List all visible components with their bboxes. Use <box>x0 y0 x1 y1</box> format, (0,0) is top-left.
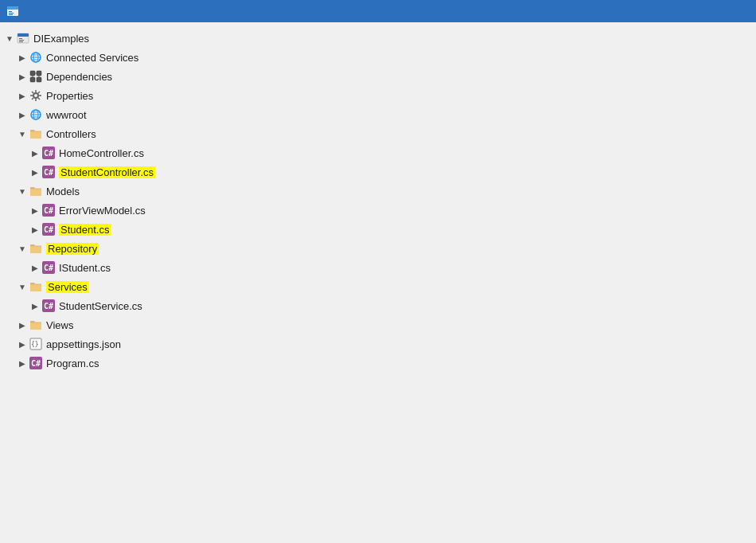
dependencies-icon <box>29 69 43 84</box>
folder-icon <box>29 241 43 256</box>
expand-arrow-views[interactable] <box>16 318 29 331</box>
csharp-icon: C# <box>41 260 56 275</box>
solution-explorer: DIExamples Connected Services Dependenci… <box>0 22 756 543</box>
tree-item-views[interactable]: Views <box>0 315 756 334</box>
folder-icon <box>29 127 43 141</box>
label-properties: Properties <box>46 90 93 102</box>
expand-arrow-dependencies[interactable] <box>16 70 29 83</box>
tree-item-models[interactable]: Models <box>0 182 756 201</box>
solution-icon <box>6 5 19 18</box>
svg-rect-15 <box>30 71 35 76</box>
tree-item-istudent[interactable]: C# IStudent.cs <box>0 258 756 277</box>
svg-text:C#: C# <box>44 168 53 177</box>
svg-rect-8 <box>19 40 24 41</box>
tree-item-dependencies[interactable]: Dependencies <box>0 67 756 86</box>
csharp-icon: C# <box>29 356 43 370</box>
csharp-icon: C# <box>41 299 56 313</box>
label-istudent: IStudent.cs <box>59 262 111 274</box>
csharp-icon: C# <box>41 165 56 179</box>
csharp-icon: C# <box>41 222 56 236</box>
folder-icon <box>29 279 43 294</box>
label-program: Program.cs <box>46 357 99 369</box>
svg-text:C#: C# <box>44 225 53 234</box>
label-solution: DIExamples <box>33 33 89 45</box>
expand-arrow-controllers[interactable] <box>16 127 29 140</box>
expand-arrow-student[interactable] <box>29 223 41 236</box>
tree-item-services[interactable]: Services <box>0 277 756 296</box>
globe-icon <box>29 107 43 122</box>
svg-rect-16 <box>37 71 41 76</box>
expand-arrow-studentcontroller[interactable] <box>29 166 41 178</box>
expand-arrow-models[interactable] <box>16 185 29 197</box>
title-bar <box>0 0 756 22</box>
expand-arrow-studentservice[interactable] <box>29 299 41 312</box>
label-connected-services: Connected Services <box>46 52 138 64</box>
expand-arrow-services[interactable] <box>16 280 29 293</box>
expand-arrow-appsettings[interactable] <box>16 338 29 350</box>
tree-item-program[interactable]: C# Program.cs <box>0 354 756 373</box>
globe-icon <box>29 50 43 64</box>
expand-arrow-wwwroot[interactable] <box>16 108 29 121</box>
properties-icon <box>29 88 43 103</box>
svg-rect-2 <box>9 11 12 12</box>
label-student: Student.cs <box>59 224 111 236</box>
expand-arrow-repository[interactable] <box>16 242 29 255</box>
tree-item-errorviewmodel[interactable]: C# ErrorViewModel.cs <box>0 201 756 220</box>
tree-item-homecontroller[interactable]: C# HomeController.cs <box>0 143 756 162</box>
tree-item-solution[interactable]: DIExamples <box>0 29 756 48</box>
svg-text:C#: C# <box>44 302 53 311</box>
expand-arrow-istudent[interactable] <box>29 261 41 274</box>
csharp-icon: C# <box>41 203 56 217</box>
tree-item-studentcontroller[interactable]: C# StudentController.cs <box>0 162 756 182</box>
expand-arrow-connected-services[interactable] <box>16 51 29 64</box>
label-services: Services <box>46 281 89 293</box>
tree-item-student[interactable]: C# Student.cs <box>0 220 756 239</box>
svg-rect-7 <box>19 38 22 39</box>
tree-item-wwwroot[interactable]: wwwroot <box>0 105 756 124</box>
svg-text:{}: {} <box>31 341 39 348</box>
svg-rect-18 <box>37 77 41 82</box>
svg-text:C#: C# <box>44 264 53 272</box>
tree-item-controllers[interactable]: Controllers <box>0 124 756 143</box>
tree-item-repository[interactable]: Repository <box>0 239 756 258</box>
csharp-icon: C# <box>41 146 56 160</box>
svg-text:C#: C# <box>31 359 41 368</box>
expand-arrow-properties[interactable] <box>16 89 29 102</box>
json-icon: {} <box>29 337 43 351</box>
svg-text:C#: C# <box>44 149 53 158</box>
folder-icon <box>29 318 43 332</box>
svg-text:C#: C# <box>44 206 53 215</box>
svg-rect-3 <box>9 13 14 14</box>
label-repository: Repository <box>46 243 99 255</box>
label-appsettings: appsettings.json <box>46 338 121 350</box>
label-homecontroller: HomeController.cs <box>59 147 144 159</box>
expand-arrow-homecontroller[interactable] <box>29 146 41 159</box>
expand-arrow-program[interactable] <box>16 357 29 369</box>
label-wwwroot: wwwroot <box>46 109 87 121</box>
label-views: Views <box>46 319 73 331</box>
label-studentservice: StudentService.cs <box>59 300 142 312</box>
tree-item-studentservice[interactable]: C# StudentService.cs <box>0 296 756 315</box>
folder-icon <box>29 184 43 198</box>
expand-arrow-errorviewmodel[interactable] <box>29 204 41 217</box>
svg-rect-17 <box>30 77 35 82</box>
label-controllers: Controllers <box>46 128 96 140</box>
svg-rect-1 <box>7 6 18 10</box>
expand-arrow-solution[interactable] <box>3 32 16 45</box>
svg-rect-6 <box>18 33 29 37</box>
solution-icon <box>16 31 30 45</box>
tree-item-appsettings[interactable]: {} appsettings.json <box>0 334 756 354</box>
label-errorviewmodel: ErrorViewModel.cs <box>59 205 146 217</box>
svg-rect-9 <box>19 41 23 42</box>
svg-rect-4 <box>9 14 13 15</box>
svg-point-22 <box>33 93 38 98</box>
tree-item-connected-services[interactable]: Connected Services <box>0 48 756 67</box>
label-models: Models <box>46 186 80 197</box>
tree-item-properties[interactable]: Properties <box>0 86 756 105</box>
label-dependencies: Dependencies <box>46 71 112 83</box>
label-studentcontroller: StudentController.cs <box>59 166 155 178</box>
